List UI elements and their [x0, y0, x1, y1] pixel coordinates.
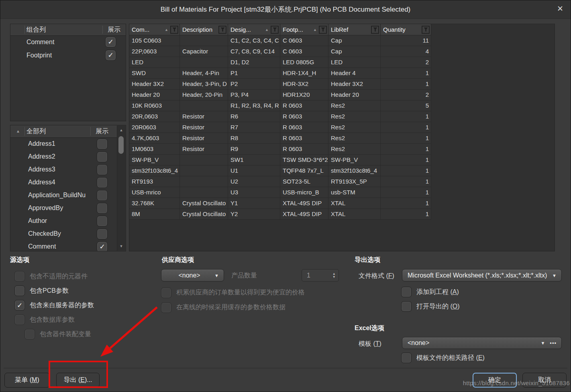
table-row[interactable]: LEDD1, D2LED 0805GLED2	[129, 57, 555, 68]
list-item-application_buildnu[interactable]: Application_BuildNu	[10, 189, 117, 202]
show-checkbox[interactable]	[97, 177, 108, 188]
show-checkbox[interactable]	[97, 229, 108, 239]
column-header-footp[interactable]: Footp...▲	[280, 24, 328, 35]
relative-path-option[interactable]: 模板文件的相关路径 (E)	[401, 353, 485, 363]
list-item-address4[interactable]: Address4	[10, 176, 117, 189]
table-row[interactable]: 22P,0603CapacitorC7, C8, C9, C14C 0603Ca…	[129, 46, 555, 57]
show-checkbox[interactable]: ✓	[97, 241, 108, 251]
supplier-dropdown[interactable]: <none> ▼	[161, 269, 224, 282]
list-item-comment[interactable]: Comment✓	[10, 240, 117, 251]
filter-icon[interactable]	[170, 26, 178, 34]
show-checkbox[interactable]	[97, 216, 108, 227]
option-row[interactable]: 打开导出的 (O)	[401, 299, 460, 314]
table-row[interactable]: 32.768KCrystal OscillatoY1XTAL-49S DIPXT…	[129, 198, 555, 209]
scroll-up-icon[interactable]: ▲	[117, 128, 125, 132]
table-row[interactable]: 8MCrystal OscillatoY2XTAL-49S DIPXTAL1	[129, 209, 555, 220]
all-columns-header-label[interactable]: 全部列	[27, 125, 46, 137]
show-checkbox[interactable]	[97, 139, 108, 149]
column-header-libref[interactable]: LibRef	[328, 24, 381, 35]
table-row[interactable]: 4.7K,0603ResistorR8R 0603Res21	[129, 133, 555, 144]
list-item-address2[interactable]: Address2	[10, 150, 117, 163]
table-cell: RT9193	[129, 176, 180, 187]
table-row[interactable]: Header 20Header, 20-PinP3, P4HDR1X20Head…	[129, 90, 555, 100]
scrollbar-thumb[interactable]	[118, 136, 124, 154]
option-row[interactable]: 在离线的时候采用缓存的参数价格数据	[161, 300, 305, 315]
option-row[interactable]: 包含数据库参数	[14, 312, 94, 327]
list-item-comment[interactable]: Comment✓	[10, 35, 126, 49]
filter-icon[interactable]	[271, 26, 279, 34]
option-row[interactable]: 添加到工程 (A)	[401, 285, 460, 299]
list-item-footprint[interactable]: Footprint✓	[10, 49, 126, 62]
list-item-approvedby[interactable]: ApprovedBy	[10, 202, 117, 214]
option-row[interactable]: ✓包含来自服务器的参数	[14, 298, 94, 312]
table-row[interactable]: stm32f103c8t6_4U1TQFP48 7x7_Lstm32f103c8…	[129, 165, 555, 176]
table-cell: XTAL-49S DIP	[280, 198, 328, 209]
list-item-checkedby[interactable]: CheckedBy	[10, 227, 117, 240]
option-checkbox[interactable]	[24, 329, 35, 339]
show-column-header-label[interactable]: 展示	[96, 125, 108, 137]
option-label: 包含不适用的元器件	[30, 272, 88, 281]
list-item-address1[interactable]: Address1	[10, 137, 117, 150]
table-row[interactable]: RT9193U2SOT23-5LRT9193X_5P1	[129, 176, 555, 187]
scrollbar[interactable]: ▲ ▼	[117, 126, 125, 251]
option-checkbox[interactable]	[161, 302, 171, 313]
table-cell: 20R,0603	[129, 111, 180, 122]
quantity-stepper[interactable]: 1 ▴▾	[302, 269, 339, 282]
filter-icon[interactable]	[218, 26, 226, 34]
filter-icon[interactable]	[422, 26, 430, 34]
option-checkbox[interactable]	[14, 271, 25, 282]
table-cell: Cap	[328, 35, 381, 46]
table-row[interactable]: SWDHeader, 4-PinP1HDR-1X4_HHeader 41	[129, 68, 555, 79]
sort-asc-icon[interactable]: ▲	[16, 125, 20, 137]
table-row[interactable]: 20R0603ResistorR7R 0603Res21	[129, 122, 555, 133]
chevron-down-icon: ▼	[538, 341, 550, 345]
table-row[interactable]: Header 3X2Header, 3-Pin, DP2HDR-3X2Heade…	[129, 79, 555, 90]
show-checkbox[interactable]	[97, 151, 108, 162]
filter-icon[interactable]	[371, 26, 379, 34]
option-row[interactable]: 包含PCB参数	[14, 284, 94, 298]
column-header-com[interactable]: Com...▲	[129, 24, 180, 35]
table-cell: R 0603	[280, 100, 328, 111]
scroll-down-icon[interactable]: ▼	[117, 244, 125, 248]
stepper-arrows[interactable]: ▴▾	[333, 272, 339, 279]
table-row[interactable]: 105 C0603C1, C2, C3, C4, CC 0603Cap11	[129, 35, 555, 46]
close-icon[interactable]: ✕	[557, 0, 563, 17]
table-row[interactable]: USB-mricoU3USB-micro_Busb-STM1	[129, 187, 555, 198]
table-cell: Crystal Oscillato	[180, 198, 228, 209]
show-checkbox[interactable]	[97, 164, 108, 175]
option-checkbox[interactable]	[161, 288, 171, 298]
filter-icon[interactable]	[319, 26, 327, 34]
list-item-author[interactable]: Author	[10, 214, 117, 227]
table-row[interactable]: SW-PB_VSW1TSW SMD-3*6*2SW-PB_V1	[129, 155, 555, 165]
show-checkbox[interactable]	[97, 190, 108, 201]
browse-ellipsis-icon[interactable]: •••	[550, 340, 561, 346]
option-checkbox[interactable]	[14, 314, 25, 325]
table-row[interactable]: 10K R0603R1, R2, R3, R4, RR 0603Res25	[129, 100, 555, 111]
table-row[interactable]: 1M0603ResistorR9R 0603Res21	[129, 144, 555, 155]
relative-path-checkbox[interactable]	[401, 353, 412, 363]
list-item-label: CheckedBy	[28, 230, 97, 237]
template-dropdown[interactable]: <none> ▼ •••	[402, 337, 562, 349]
option-row[interactable]: 包含不适用的元器件	[14, 269, 94, 284]
file-format-dropdown[interactable]: Microsoft Excel Worksheet (*.xls;*.xlsx;…	[402, 269, 562, 282]
table-row[interactable]: 20R,0603ResistorR6R 0603Res21	[129, 111, 555, 122]
option-checkbox[interactable]	[401, 287, 412, 297]
option-row[interactable]: 包含器件装配变量	[24, 327, 94, 341]
table-cell: 11	[381, 35, 431, 46]
option-row[interactable]: 积累供应商的订单数量以得到更为便宜的价格	[161, 285, 305, 300]
column-header-desig[interactable]: Desig...▲	[228, 24, 280, 35]
show-checkbox[interactable]: ✓	[105, 50, 116, 61]
menu-button[interactable]: 菜单 (M)	[4, 373, 50, 388]
option-checkbox[interactable]: ✓	[14, 300, 25, 310]
option-checkbox[interactable]	[14, 286, 25, 296]
column-header-quantity[interactable]: Quantity	[381, 24, 431, 35]
column-header-description[interactable]: Description	[180, 24, 228, 35]
list-item-address3[interactable]: Address3	[10, 163, 117, 176]
show-checkbox[interactable]: ✓	[105, 37, 116, 47]
option-checkbox[interactable]	[401, 301, 412, 312]
spinner-down-icon[interactable]: ▾	[333, 276, 335, 279]
table-cell: 1	[381, 165, 431, 176]
show-column-header-label[interactable]: 展示	[108, 24, 120, 35]
grouped-columns-header-label[interactable]: 组合列	[27, 24, 46, 35]
show-checkbox[interactable]	[97, 203, 108, 214]
